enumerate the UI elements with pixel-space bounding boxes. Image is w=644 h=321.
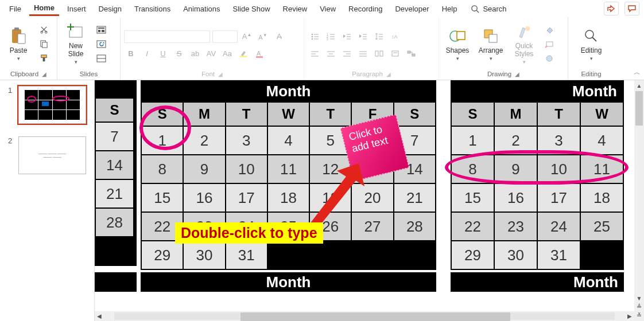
char-spacing-button[interactable]: AV: [204, 48, 218, 60]
align-center-button[interactable]: [324, 48, 337, 60]
ink-ellipse-week2[interactable]: [445, 150, 629, 185]
shape-outline-button[interactable]: [542, 38, 556, 50]
next-slide-button[interactable]: ≚: [635, 311, 643, 320]
menu-review[interactable]: Review: [278, 2, 312, 15]
bold-button[interactable]: B: [124, 48, 138, 60]
scroll-thumb[interactable]: [635, 91, 643, 126]
cal-cell: 17: [226, 184, 267, 212]
line-spacing-button[interactable]: [372, 30, 386, 43]
dialog-launcher-icon[interactable]: ◢: [515, 71, 519, 77]
month-bar-left: [95, 272, 137, 292]
slide-layout-button[interactable]: [94, 24, 108, 36]
red-arrow[interactable]: [301, 160, 370, 229]
copy-button[interactable]: [37, 38, 51, 50]
format-painter-button[interactable]: [37, 52, 51, 65]
menu-view[interactable]: View: [315, 2, 340, 15]
menu-animations[interactable]: Animations: [179, 2, 224, 15]
menu-slideshow[interactable]: Slide Show: [228, 2, 274, 15]
horizontal-scrollbar[interactable]: ◀ ▶: [95, 311, 634, 321]
menu-search[interactable]: Search: [471, 5, 506, 13]
dialog-launcher-icon[interactable]: ◢: [218, 71, 223, 77]
bullets-button[interactable]: [308, 30, 321, 43]
slide-reset-button[interactable]: [94, 38, 108, 50]
cut-icon: [40, 25, 48, 34]
editing-button[interactable]: Editing▾: [576, 25, 606, 64]
justify-button[interactable]: [356, 48, 370, 60]
change-case-icon: Aa: [223, 49, 232, 58]
cal-cell: 9: [184, 155, 224, 183]
text-direction-button[interactable]: ↕A: [388, 30, 402, 43]
slide-section-button[interactable]: [94, 52, 108, 65]
decrease-indent-icon: [343, 33, 351, 40]
align-left-button[interactable]: [308, 48, 321, 60]
slide-area[interactable]: S 7 14 21 28 Month SMTWTFS12345678910111…: [95, 80, 644, 321]
share-button[interactable]: [604, 2, 619, 15]
align-center-icon: [327, 50, 335, 57]
prev-slide-button[interactable]: ≜: [635, 303, 643, 311]
highlight-button[interactable]: [236, 48, 250, 60]
svg-rect-64: [457, 32, 465, 40]
font-name-combo[interactable]: [124, 30, 210, 43]
menu-home[interactable]: Home: [29, 1, 59, 16]
scroll-right-button[interactable]: ▶: [625, 312, 634, 320]
smartart-button[interactable]: [404, 48, 418, 60]
cal-cell: 18: [581, 184, 623, 212]
menu-design[interactable]: Design: [94, 2, 126, 15]
slide-thumbnail-1[interactable]: [18, 86, 86, 124]
numbering-button[interactable]: 123: [324, 30, 337, 43]
ink-circle-day1[interactable]: [139, 105, 191, 150]
scroll-up-button[interactable]: ▲: [635, 81, 643, 90]
font-color-button[interactable]: A: [253, 48, 266, 60]
shapes-button[interactable]: Shapes▾: [443, 25, 472, 64]
thumb1-circle: [27, 96, 36, 103]
strike-button[interactable]: S: [172, 48, 186, 60]
decrease-indent-button[interactable]: [340, 30, 354, 43]
dialog-launcher-icon[interactable]: ◢: [386, 71, 391, 77]
paste-button[interactable]: Paste ▾: [3, 25, 33, 64]
underline-button[interactable]: U: [156, 48, 170, 60]
menu-recording[interactable]: Recording: [344, 2, 387, 15]
chevron-down-icon: ▾: [17, 56, 20, 61]
dialog-launcher-icon[interactable]: ◢: [42, 71, 46, 77]
scroll-thumb[interactable]: [240, 312, 510, 321]
italic-button[interactable]: I: [140, 48, 154, 60]
align-text-button[interactable]: [388, 48, 402, 60]
svg-point-25: [311, 36, 313, 38]
menu-transitions[interactable]: Transitions: [130, 2, 175, 15]
font-size-combo[interactable]: [212, 30, 238, 43]
vertical-scrollbar[interactable]: ▲ ▼ ≜ ≚: [634, 80, 644, 321]
increase-indent-button[interactable]: [356, 30, 370, 43]
slide-thumbnail-2[interactable]: ——— ——— —————— ———: [18, 136, 86, 174]
quick-styles-button[interactable]: Quick Styles▾: [509, 21, 539, 66]
menu-help[interactable]: Help: [437, 2, 462, 15]
scroll-down-button[interactable]: ▼: [635, 294, 643, 303]
scroll-left-button[interactable]: ◀: [95, 312, 104, 320]
cal-cell: 15: [452, 184, 494, 212]
find-icon: [582, 27, 600, 45]
shape-fill-button[interactable]: [542, 24, 556, 36]
arrange-button[interactable]: Arrange▾: [476, 25, 506, 64]
menu-insert[interactable]: Insert: [63, 2, 91, 15]
shadow-button[interactable]: ab: [188, 48, 202, 60]
align-right-button[interactable]: [340, 48, 354, 60]
decrease-font-button[interactable]: A▼: [256, 30, 270, 43]
group-label-editing: Editing: [581, 71, 601, 77]
cut-button[interactable]: [37, 24, 51, 36]
align-right-icon: [343, 50, 351, 57]
new-slide-button[interactable]: New Slide ▾: [61, 21, 91, 66]
collapse-ribbon-button[interactable]: ︿: [634, 68, 641, 77]
increase-font-button[interactable]: A▲: [240, 30, 254, 43]
menu-file[interactable]: File: [5, 2, 26, 15]
menu-developer[interactable]: Developer: [390, 2, 433, 15]
comments-button[interactable]: [624, 2, 639, 15]
slide-canvas[interactable]: S 7 14 21 28 Month SMTWTFS12345678910111…: [95, 80, 644, 321]
cal-cell: 17: [538, 184, 580, 212]
paste-label: Paste: [10, 46, 28, 54]
shape-effects-button[interactable]: [542, 52, 556, 65]
clear-formatting-button[interactable]: A̶: [272, 30, 286, 43]
columns-button[interactable]: [372, 48, 386, 60]
highlight-icon: [239, 50, 248, 58]
change-case-button[interactable]: Aa: [220, 48, 234, 60]
cal-cell: 30: [495, 241, 537, 269]
scroll-track[interactable]: [114, 312, 615, 320]
